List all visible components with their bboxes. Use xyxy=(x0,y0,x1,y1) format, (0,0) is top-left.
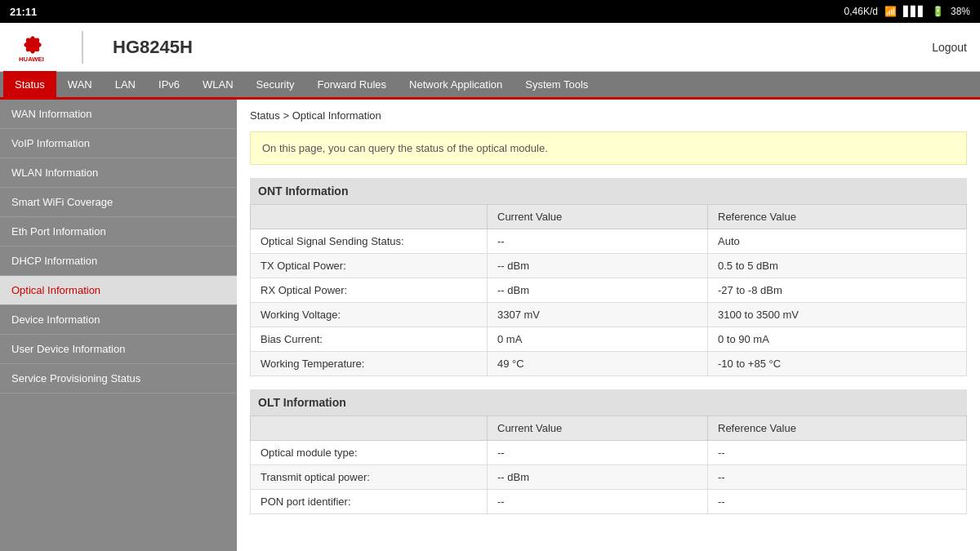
table-row: Optical Signal Sending Status: -- Auto xyxy=(251,229,967,254)
content-area: Status > Optical Information On this pag… xyxy=(237,100,980,551)
row-label: Bias Current: xyxy=(251,327,488,352)
sidebar: WAN InformationVoIP InformationWLAN Info… xyxy=(0,100,237,551)
nav-item-forward-rules[interactable]: Forward Rules xyxy=(306,71,399,99)
logo-area: HUAWEI xyxy=(13,31,52,64)
sidebar-item-user-device-information[interactable]: User Device Information xyxy=(0,335,237,364)
speed-indicator: 0,46K/d xyxy=(844,6,878,17)
table-row: Bias Current: 0 mA 0 to 90 mA xyxy=(251,327,967,352)
row-current-value: -- dBm xyxy=(488,254,708,278)
row-label: Transmit optical power: xyxy=(251,465,488,490)
sidebar-item-service-provisioning-status[interactable]: Service Provisioning Status xyxy=(0,364,237,393)
nav-item-wlan[interactable]: WLAN xyxy=(191,71,245,99)
huawei-logo: HUAWEI xyxy=(13,31,52,64)
row-current-value: -- xyxy=(488,441,708,465)
ont-section-title: ONT Information xyxy=(250,178,967,204)
row-current-value: 3307 mV xyxy=(488,303,708,327)
olt-header-reference: Reference Value xyxy=(708,416,967,441)
ont-header-reference: Reference Value xyxy=(708,205,967,229)
status-bar: 21:11 0,46K/d 📶 ▋▋▋ 🔋 38% xyxy=(0,0,980,23)
table-row: Optical module type: -- -- xyxy=(251,441,967,465)
row-reference-value: -- xyxy=(708,465,967,490)
row-current-value: -- xyxy=(488,229,708,254)
battery-percent: 38% xyxy=(951,6,970,17)
row-reference-value: Auto xyxy=(708,229,967,254)
ont-table: Current Value Reference Value Optical Si… xyxy=(250,204,967,376)
svg-text:HUAWEI: HUAWEI xyxy=(19,55,44,62)
sidebar-item-smart-wifi-coverage[interactable]: Smart WiFi Coverage xyxy=(0,188,237,217)
nav-item-ipv6[interactable]: IPv6 xyxy=(147,71,191,99)
row-reference-value: -- xyxy=(708,490,967,514)
main-layout: WAN InformationVoIP InformationWLAN Info… xyxy=(0,100,980,551)
battery-icon: 🔋 xyxy=(932,6,944,17)
info-box: On this page, you can query the status o… xyxy=(250,131,967,165)
nav-item-system-tools[interactable]: System Tools xyxy=(514,71,599,99)
sidebar-item-dhcp-information[interactable]: DHCP Information xyxy=(0,247,237,276)
sidebar-item-wlan-information[interactable]: WLAN Information xyxy=(0,158,237,188)
signal-icon: ▋▋▋ xyxy=(903,6,925,17)
row-label: TX Optical Power: xyxy=(251,254,488,278)
olt-section-title: OLT Information xyxy=(250,389,967,415)
ont-header-current: Current Value xyxy=(488,205,708,229)
row-current-value: 49 °C xyxy=(488,352,708,376)
table-row: RX Optical Power: -- dBm -27 to -8 dBm xyxy=(251,278,967,303)
status-right: 0,46K/d 📶 ▋▋▋ 🔋 38% xyxy=(844,6,970,17)
row-current-value: 0 mA xyxy=(488,327,708,352)
row-reference-value: -- xyxy=(708,441,967,465)
row-current-value: -- dBm xyxy=(488,278,708,303)
table-row: Working Temperature: 49 °C -10 to +85 °C xyxy=(251,352,967,376)
logout-button[interactable]: Logout xyxy=(932,41,967,54)
row-reference-value: 3100 to 3500 mV xyxy=(708,303,967,327)
row-label: RX Optical Power: xyxy=(251,278,488,303)
olt-table: Current Value Reference Value Optical mo… xyxy=(250,415,967,514)
row-label: Optical module type: xyxy=(251,441,488,465)
row-current-value: -- xyxy=(488,490,708,514)
row-label: Working Temperature: xyxy=(251,352,488,376)
row-current-value: -- dBm xyxy=(488,465,708,490)
row-label: PON port identifier: xyxy=(251,490,488,514)
header-divider xyxy=(82,31,83,64)
breadcrumb: Status > Optical Information xyxy=(250,109,967,122)
wifi-icon: 📶 xyxy=(884,6,897,17)
row-reference-value: 0.5 to 5 dBm xyxy=(708,254,967,278)
table-row: Working Voltage: 3307 mV 3100 to 3500 mV xyxy=(251,303,967,327)
nav-item-security[interactable]: Security xyxy=(245,71,306,99)
row-reference-value: 0 to 90 mA xyxy=(708,327,967,352)
header: HUAWEI HG8245H Logout xyxy=(0,23,980,72)
nav-item-status[interactable]: Status xyxy=(3,71,56,99)
sidebar-item-voip-information[interactable]: VoIP Information xyxy=(0,129,237,158)
row-label: Working Voltage: xyxy=(251,303,488,327)
table-row: PON port identifier: -- -- xyxy=(251,490,967,514)
row-label: Optical Signal Sending Status: xyxy=(251,229,488,254)
status-time: 21:11 xyxy=(10,6,37,18)
nav-item-lan[interactable]: LAN xyxy=(104,71,147,99)
sidebar-item-device-information[interactable]: Device Information xyxy=(0,305,237,335)
olt-header-label xyxy=(251,416,488,441)
sidebar-item-eth-port-information[interactable]: Eth Port Information xyxy=(0,217,237,247)
nav-item-network-application[interactable]: Network Application xyxy=(398,71,514,99)
ont-header-label xyxy=(251,205,488,229)
sidebar-item-optical-information[interactable]: Optical Information xyxy=(0,276,237,305)
nav-bar: StatusWANLANIPv6WLANSecurityForward Rule… xyxy=(0,72,980,100)
sidebar-item-wan-information[interactable]: WAN Information xyxy=(0,100,237,129)
nav-item-wan[interactable]: WAN xyxy=(56,71,104,99)
row-reference-value: -27 to -8 dBm xyxy=(708,278,967,303)
olt-header-current: Current Value xyxy=(488,416,708,441)
row-reference-value: -10 to +85 °C xyxy=(708,352,967,376)
device-title: HG8245H xyxy=(96,37,932,58)
table-row: Transmit optical power: -- dBm -- xyxy=(251,465,967,490)
table-row: TX Optical Power: -- dBm 0.5 to 5 dBm xyxy=(251,254,967,278)
